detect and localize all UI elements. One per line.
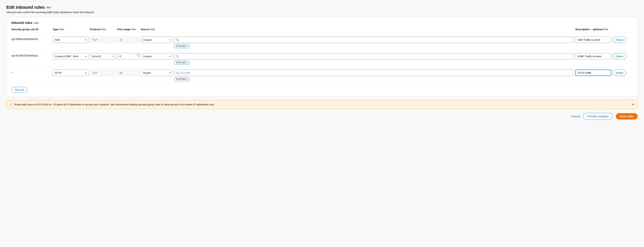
card-title-info-link[interactable]: Info — [34, 22, 39, 25]
page-header: Edit inbound rules Info Inbound rules co… — [6, 5, 638, 14]
cidr-tag-row-1: 0.0.0.0/0 × — [174, 44, 574, 48]
cidr-remove-2[interactable]: × — [186, 62, 188, 64]
desc-wrapper-2 — [576, 53, 611, 60]
port-input-2[interactable] — [118, 53, 139, 60]
protocol-field-3 — [90, 70, 116, 76]
cidr-remove-3[interactable]: × — [186, 78, 188, 81]
cidr-remove-1[interactable]: × — [186, 45, 188, 48]
preview-changes-button[interactable]: Preview changes — [583, 113, 612, 120]
col-type: Type Info — [53, 28, 88, 31]
desc-input-3[interactable] — [576, 70, 611, 76]
col-protocol: Protocol Info — [90, 28, 116, 31]
protocol-select-2[interactable]: Echo R... Echo Request Echo Reply — [90, 53, 116, 60]
delete-button-1[interactable]: Delete — [613, 37, 626, 43]
col-protocol-info[interactable]: Info — [101, 28, 106, 31]
source-type-wrapper-2: Custom Anywhere-IPv4 Anywhere-IPv6 My IP… — [141, 53, 172, 60]
source-search-input-1[interactable] — [174, 37, 574, 43]
col-rule-id: Security group rule ID — [11, 28, 51, 31]
table-row: sgr-050b9ca03b833e240 SSH HTTP HTTPS Cus… — [11, 34, 633, 51]
port-input-3 — [118, 70, 139, 76]
col-port-info[interactable]: Info — [131, 28, 136, 31]
source-search-input-2[interactable] — [174, 53, 574, 60]
page-title-info-link[interactable]: Info — [46, 6, 51, 9]
col-source: Source Info — [141, 28, 172, 31]
cidr-tag-row-2: 0.0.0.0/0 × — [174, 61, 574, 65]
inbound-rules-card: Inbound rules Info Security group rule I… — [6, 17, 638, 97]
col-source-info[interactable]: Info — [150, 28, 155, 31]
source-col-2: 🔍 0.0.0.0/0 × — [174, 53, 574, 65]
source-search-input-3[interactable] — [174, 70, 574, 76]
table-row: – HTTP HTTPS SSH Custom TCP ▼ Anywh... — [11, 67, 633, 84]
type-select-2[interactable]: Custom ICMP - IPv4 SSH HTTP — [53, 53, 88, 60]
source-type-select-2[interactable]: Custom Anywhere-IPv4 Anywhere-IPv6 My IP — [141, 53, 172, 60]
spin-arrows-2[interactable]: ▲ ▼ — [137, 54, 138, 57]
col-description: Description – optional Info — [576, 28, 611, 31]
protocol-field-1 — [90, 37, 116, 43]
cidr-tag-2: 0.0.0.0/0 × — [174, 61, 189, 65]
source-search-2: 🔍 — [174, 53, 574, 60]
desc-wrapper-1 — [576, 37, 611, 43]
cidr-tag-row-3: 0.0.0.0/0 × — [174, 77, 574, 81]
delete-wrapper-1: Delete — [613, 37, 633, 43]
warning-close-button[interactable]: ✕ — [632, 103, 634, 106]
delete-wrapper-2: Delete — [613, 53, 633, 60]
warning-icon: ⚠ — [10, 103, 12, 106]
type-select-wrapper-1: SSH HTTP HTTPS Custom TCP ▼ — [53, 37, 88, 43]
add-rule-section: Add rule — [11, 84, 633, 93]
delete-wrapper-3: Delete — [613, 70, 633, 76]
port-spin-2: ▲ ▼ — [118, 53, 139, 60]
protocol-input-3 — [90, 70, 116, 76]
source-type-select-3[interactable]: Anywh... Custom Anywhere-IPv4 Anywhere-I… — [141, 70, 172, 76]
source-col-1: 🔍 0.0.0.0/0 × — [174, 37, 574, 48]
type-select-1[interactable]: SSH HTTP HTTPS Custom TCP — [53, 37, 88, 43]
rule-id-2: sgr-0019eb7383eb05a1a — [11, 53, 51, 57]
card-title: Inbound rules — [11, 21, 32, 25]
source-col-3: 🔍 0.0.0.0/0 × — [174, 70, 574, 81]
type-select-3[interactable]: HTTP HTTPS SSH Custom TCP — [53, 70, 88, 76]
desc-wrapper-3 — [576, 70, 611, 76]
desc-input-1[interactable] — [576, 37, 611, 43]
add-rule-button[interactable]: Add rule — [11, 87, 28, 93]
page-subtitle: Inbound rules control the incoming traff… — [6, 11, 638, 14]
footer-actions: Cancel Preview changes Save rules — [6, 112, 638, 120]
port-input-1 — [118, 37, 139, 43]
warning-banner: ⚠ Rules with source of 0.0.0.0/0 or ::/0… — [6, 100, 638, 109]
col-source-value — [174, 28, 574, 31]
cancel-button[interactable]: Cancel — [571, 115, 580, 118]
rule-id-1: sgr-050b9ca03b833e240 — [11, 37, 51, 41]
card-header: Inbound rules Info — [11, 21, 633, 25]
save-rules-button[interactable]: Save rules — [616, 113, 638, 120]
type-select-wrapper-3: HTTP HTTPS SSH Custom TCP ▼ — [53, 70, 88, 76]
col-desc-info[interactable]: Info — [604, 28, 608, 31]
delete-button-2[interactable]: Delete — [613, 53, 626, 60]
cidr-tag-1: 0.0.0.0/0 × — [174, 44, 189, 48]
col-type-info[interactable]: Info — [59, 28, 64, 31]
protocol-input-1 — [90, 37, 116, 43]
source-search-1: 🔍 — [174, 37, 574, 43]
source-type-wrapper-1: Custom Anywhere-IPv4 Anywhere-IPv6 My IP… — [141, 37, 172, 43]
col-actions — [613, 28, 633, 31]
source-type-wrapper-3: Anywh... Custom Anywhere-IPv4 Anywhere-I… — [141, 70, 172, 76]
page-title-row: Edit inbound rules Info — [6, 5, 638, 10]
col-port-range: Port range Info — [118, 28, 139, 31]
type-select-wrapper-2: Custom ICMP - IPv4 SSH HTTP ▼ — [53, 53, 88, 60]
table-row: sgr-0019eb7383eb05a1a Custom ICMP - IPv4… — [11, 51, 633, 67]
source-search-3: 🔍 — [174, 70, 574, 76]
rule-id-3: – — [11, 70, 51, 74]
cidr-tag-3: 0.0.0.0/0 × — [174, 77, 189, 81]
source-type-select-1[interactable]: Custom Anywhere-IPv4 Anywhere-IPv6 My IP — [141, 37, 172, 43]
page-title: Edit inbound rules — [6, 5, 45, 10]
warning-text: Rules with source of 0.0.0.0/0 or ::/0 a… — [14, 103, 214, 106]
desc-input-2[interactable] — [576, 53, 611, 60]
port-field-3 — [118, 70, 139, 76]
protocol-field-2: Echo R... Echo Request Echo Reply ▼ — [90, 53, 116, 60]
port-field-1 — [118, 37, 139, 43]
column-headers: Security group rule ID Type Info Protoco… — [11, 28, 633, 33]
delete-button-3[interactable]: Delete — [613, 70, 626, 76]
